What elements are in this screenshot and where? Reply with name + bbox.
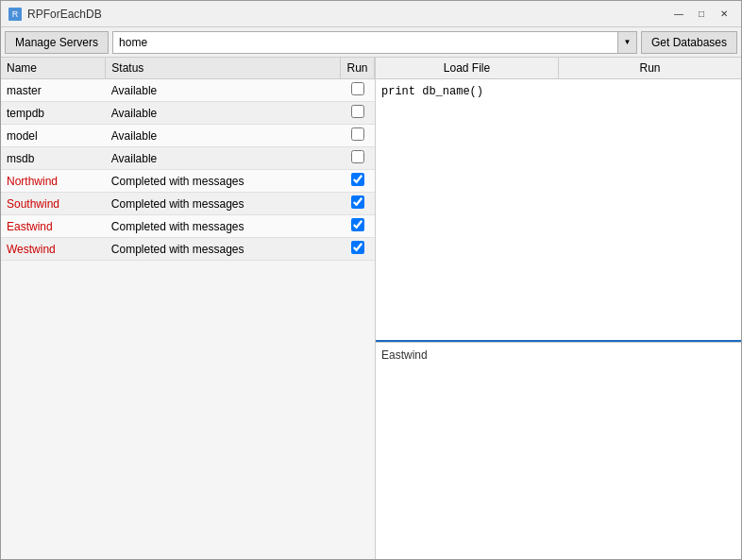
db-status-cell: Available — [106, 102, 341, 125]
db-name-cell: Eastwind — [1, 215, 106, 238]
db-run-cell — [341, 215, 375, 238]
table-row: modelAvailable — [1, 125, 375, 147]
close-button[interactable]: ✕ — [715, 7, 734, 22]
tab-dropdown-button[interactable]: ▼ — [618, 31, 637, 54]
db-name-cell: model — [1, 125, 106, 147]
table-row: SouthwindCompleted with messages — [1, 193, 375, 215]
table-header-row: Name Status Run — [1, 58, 375, 79]
db-status-cell: Available — [106, 147, 341, 170]
result-area: Eastwind — [376, 342, 741, 559]
right-panel: Load File Run Eastwind — [376, 58, 741, 559]
tab-combo: ▼ — [112, 31, 637, 54]
left-panel: Name Status Run masterAvailabletempdbAva… — [1, 58, 376, 559]
database-table: Name Status Run masterAvailabletempdbAva… — [1, 58, 375, 261]
run-checkbox[interactable] — [351, 195, 364, 209]
table-row: WestwindCompleted with messages — [1, 238, 375, 261]
load-file-header: Load File — [376, 58, 559, 78]
tab-input[interactable] — [112, 31, 618, 54]
db-status-cell: Completed with messages — [106, 193, 341, 215]
db-run-cell — [341, 79, 375, 102]
table-row: tempdbAvailable — [1, 102, 375, 125]
table-row: msdbAvailable — [1, 147, 375, 170]
manage-servers-button[interactable]: Manage Servers — [5, 31, 109, 54]
db-name-cell: Westwind — [1, 238, 106, 261]
run-checkbox[interactable] — [351, 173, 364, 186]
column-status: Status — [106, 58, 341, 79]
title-bar-left: R RPForEachDB — [8, 8, 102, 21]
db-run-cell — [341, 193, 375, 215]
table-row: NorthwindCompleted with messages — [1, 170, 375, 193]
app-title: RPForEachDB — [27, 8, 102, 21]
db-status-cell: Available — [106, 79, 341, 102]
run-checkbox[interactable] — [351, 241, 364, 254]
run-header: Run — [559, 58, 741, 78]
get-databases-button[interactable]: Get Databases — [641, 31, 737, 54]
column-run: Run — [341, 58, 375, 79]
minimize-button[interactable]: — — [669, 7, 688, 22]
db-name-cell: tempdb — [1, 102, 106, 125]
db-status-cell: Completed with messages — [106, 238, 341, 261]
run-checkbox[interactable] — [351, 150, 364, 163]
db-name-cell: master — [1, 79, 106, 102]
script-textarea[interactable] — [376, 79, 741, 342]
db-run-cell — [341, 102, 375, 125]
db-name-cell: msdb — [1, 147, 106, 170]
left-empty-space — [1, 261, 375, 559]
db-status-cell: Completed with messages — [106, 215, 341, 238]
run-checkbox[interactable] — [351, 105, 364, 118]
toolbar: Manage Servers ▼ Get Databases — [1, 27, 741, 58]
app-icon: R — [8, 8, 22, 21]
result-text: Eastwind — [381, 348, 428, 362]
main-window: R RPForEachDB — □ ✕ Manage Servers ▼ Get… — [0, 0, 742, 560]
table-row: EastwindCompleted with messages — [1, 215, 375, 238]
db-name-cell: Northwind — [1, 170, 106, 193]
db-run-cell — [341, 125, 375, 147]
db-status-cell: Completed with messages — [106, 170, 341, 193]
run-checkbox[interactable] — [351, 127, 364, 141]
maximize-button[interactable]: □ — [692, 7, 711, 22]
title-bar: R RPForEachDB — □ ✕ — [1, 1, 741, 27]
table-row: masterAvailable — [1, 79, 375, 102]
right-panel-header: Load File Run — [376, 58, 741, 79]
main-content: Name Status Run masterAvailabletempdbAva… — [1, 58, 741, 559]
db-run-cell — [341, 170, 375, 193]
window-controls: — □ ✕ — [669, 7, 734, 22]
db-status-cell: Available — [106, 125, 341, 147]
run-checkbox[interactable] — [351, 218, 364, 231]
db-run-cell — [341, 238, 375, 261]
column-name: Name — [1, 58, 106, 79]
run-checkbox[interactable] — [351, 82, 364, 95]
db-run-cell — [341, 147, 375, 170]
db-name-cell: Southwind — [1, 193, 106, 215]
